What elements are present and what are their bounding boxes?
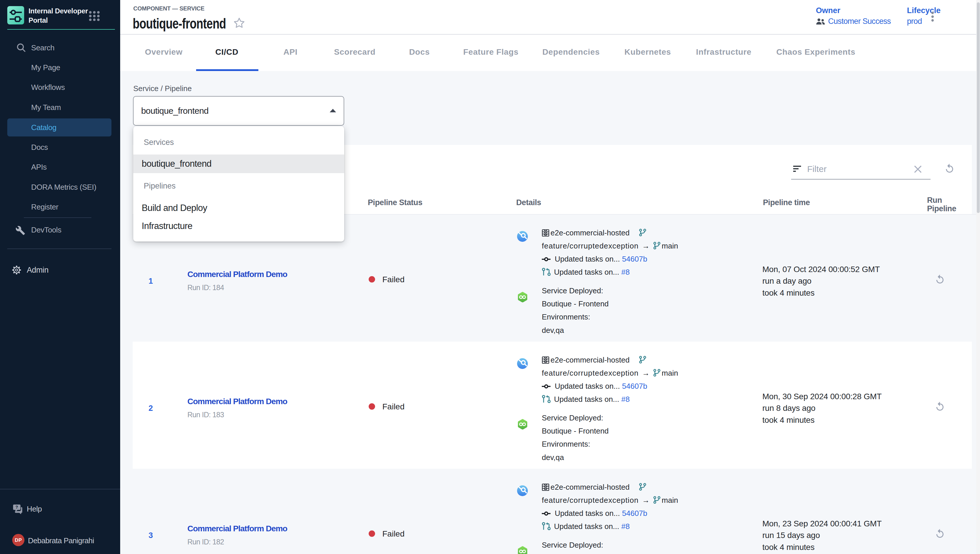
svg-text:?: ? <box>16 505 18 509</box>
